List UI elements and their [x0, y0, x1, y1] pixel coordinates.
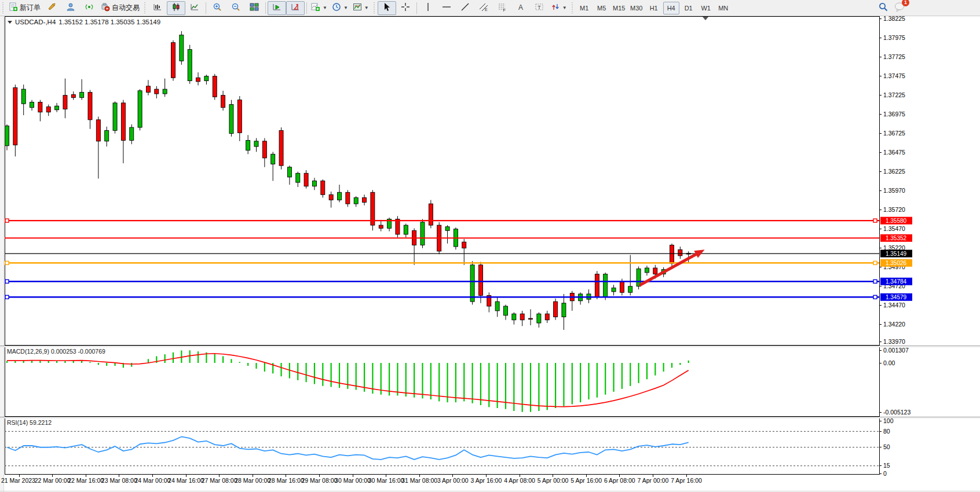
- rsi-indicator-label: RSI(14) 59.2212: [7, 419, 52, 426]
- svg-text:1.37475: 1.37475: [883, 72, 905, 79]
- svg-text:1.36725: 1.36725: [883, 130, 905, 137]
- indicators-button[interactable]: ▼: [309, 1, 330, 15]
- svg-text:22 Mar 16:00: 22 Mar 16:00: [68, 477, 104, 484]
- tile-windows-icon: [250, 2, 259, 13]
- chart-shift-button[interactable]: [286, 1, 305, 15]
- zoom-out-button[interactable]: [226, 1, 245, 15]
- svg-text:28 Mar 00:00: 28 Mar 00:00: [235, 477, 270, 484]
- channel-icon: E: [479, 2, 488, 13]
- chart-symbol-period: USDCAD-,H4: [15, 19, 56, 25]
- svg-text:T: T: [537, 5, 541, 10]
- candlestick-mode-button[interactable]: [167, 1, 185, 15]
- time-axis[interactable]: 21 Mar 202322 Mar 00:0022 Mar 16:0023 Ma…: [1, 475, 702, 484]
- svg-text:1.35352: 1.35352: [886, 235, 907, 241]
- zoom-in-icon: [213, 2, 222, 13]
- cursor-icon: [382, 2, 392, 13]
- arrows-tool-button[interactable]: ▼: [548, 1, 569, 15]
- search-icon[interactable]: [878, 2, 888, 14]
- chevron-down-icon[interactable]: ▼: [562, 5, 567, 10]
- price-axis[interactable]: 1.382251.379751.377251.374751.372251.369…: [879, 15, 910, 477]
- svg-text:50: 50: [883, 443, 890, 450]
- text-tool-button[interactable]: A: [511, 1, 530, 15]
- fibonacci-tool-button[interactable]: F: [493, 1, 511, 15]
- svg-text:1.34220: 1.34220: [883, 321, 905, 328]
- toolbar-drag-handle[interactable]: [571, 2, 574, 14]
- svg-text:28 Mar 16:00: 28 Mar 16:00: [268, 477, 304, 484]
- text-label-tool-button[interactable]: T: [530, 1, 548, 15]
- rsi-name: RSI(14): [7, 419, 28, 426]
- periods-button[interactable]: ▼: [330, 1, 350, 15]
- trendline-icon: [460, 2, 470, 13]
- new-order-button[interactable]: 新订单: [6, 1, 43, 15]
- svg-text:1.34470: 1.34470: [883, 302, 905, 309]
- signals-button[interactable]: [80, 1, 98, 15]
- shapes-icon: [551, 2, 560, 13]
- svg-text:A: A: [518, 3, 523, 12]
- crosshair-tool-button[interactable]: [396, 1, 415, 15]
- svg-text:7 Apr 00:00: 7 Apr 00:00: [638, 477, 669, 484]
- svg-text:4 Apr 08:00: 4 Apr 08:00: [504, 477, 535, 484]
- toolbar-drag-handle[interactable]: [144, 2, 147, 14]
- toolbar-drag-handle[interactable]: [373, 2, 376, 14]
- market-watch-button[interactable]: [43, 1, 61, 15]
- vertical-line-tool-button[interactable]: [419, 1, 437, 15]
- chevron-down-icon[interactable]: ▼: [323, 5, 327, 10]
- tab-timeframe-m5[interactable]: M5: [594, 2, 610, 14]
- auto-scroll-button[interactable]: [268, 1, 286, 15]
- trendline-tool-button[interactable]: [456, 1, 474, 15]
- chart-shift-icon: [291, 2, 300, 13]
- svg-text:0.00: 0.00: [883, 359, 895, 366]
- tab-timeframe-w1[interactable]: W1: [698, 2, 714, 14]
- svg-text:F: F: [503, 8, 506, 12]
- tab-timeframe-m15[interactable]: M15: [611, 2, 627, 14]
- indicators-icon: [311, 2, 320, 13]
- timeframe-group: M1M5M15M30H1H4D1W1MN: [576, 2, 732, 14]
- zoom-out-icon: [231, 2, 240, 13]
- tile-windows-button[interactable]: [245, 1, 264, 15]
- svg-text:3 Apr 00:00: 3 Apr 00:00: [437, 477, 469, 484]
- bar-chart-mode-button[interactable]: [148, 1, 167, 15]
- chart-title: USDCAD-,H4 1.35152 1.35178 1.35035 1.351…: [8, 19, 160, 25]
- chevron-down-icon[interactable]: ▼: [364, 5, 369, 10]
- tab-timeframe-h4[interactable]: H4: [663, 2, 679, 14]
- svg-text:1.36225: 1.36225: [883, 168, 905, 175]
- svg-text:1.36475: 1.36475: [883, 149, 905, 156]
- templates-button[interactable]: ▼: [350, 1, 371, 15]
- tab-timeframe-h1[interactable]: H1: [646, 2, 662, 14]
- chart-canvas[interactable]: 1.382251.379751.377251.374751.372251.369…: [0, 0, 980, 492]
- zoom-in-button[interactable]: [208, 1, 226, 15]
- svg-text:0.001307: 0.001307: [883, 347, 909, 354]
- label-icon: T: [535, 2, 544, 13]
- svg-text:1.35720: 1.35720: [883, 206, 905, 213]
- horizontal-line-tool-button[interactable]: [437, 1, 456, 15]
- fibonacci-icon: F: [498, 2, 507, 13]
- svg-text:1.34784: 1.34784: [886, 278, 907, 285]
- clock-icon: [332, 2, 341, 13]
- chevron-down-icon[interactable]: ▼: [343, 5, 348, 10]
- templates-icon: [353, 2, 362, 13]
- svg-text:80: 80: [883, 428, 890, 435]
- accounts-button[interactable]: [61, 1, 80, 15]
- toolbar-drag-handle[interactable]: [2, 2, 5, 14]
- tab-timeframe-m1[interactable]: M1: [576, 2, 593, 14]
- auto-trading-button[interactable]: 自动交易: [98, 1, 142, 15]
- tab-timeframe-mn[interactable]: MN: [715, 2, 732, 14]
- bar-chart-icon: [153, 2, 162, 13]
- line-chart-mode-button[interactable]: [185, 1, 204, 15]
- svg-text:5 Apr 16:00: 5 Apr 16:00: [571, 477, 602, 484]
- svg-text:3 Apr 16:00: 3 Apr 16:00: [471, 477, 502, 484]
- equidistant-channel-tool-button[interactable]: E: [474, 1, 493, 15]
- tab-timeframe-m30[interactable]: M30: [628, 2, 645, 14]
- tab-timeframe-d1[interactable]: D1: [681, 2, 697, 14]
- svg-text:E: E: [485, 8, 488, 12]
- collapse-quote-icon[interactable]: [8, 21, 12, 24]
- svg-text:30 Mar 16:00: 30 Mar 16:00: [368, 477, 404, 484]
- candlestick-icon: [171, 2, 181, 13]
- svg-text:-0.005123: -0.005123: [883, 409, 910, 416]
- notifications-icon[interactable]: 1: [894, 2, 906, 14]
- cursor-tool-button[interactable]: [378, 1, 396, 15]
- chart-ohlc-values: 1.35152 1.35178 1.35035 1.35149: [58, 19, 160, 25]
- svg-text:1.37725: 1.37725: [883, 53, 905, 60]
- svg-text:1.37225: 1.37225: [883, 91, 905, 98]
- vertical-line-icon: [423, 2, 433, 13]
